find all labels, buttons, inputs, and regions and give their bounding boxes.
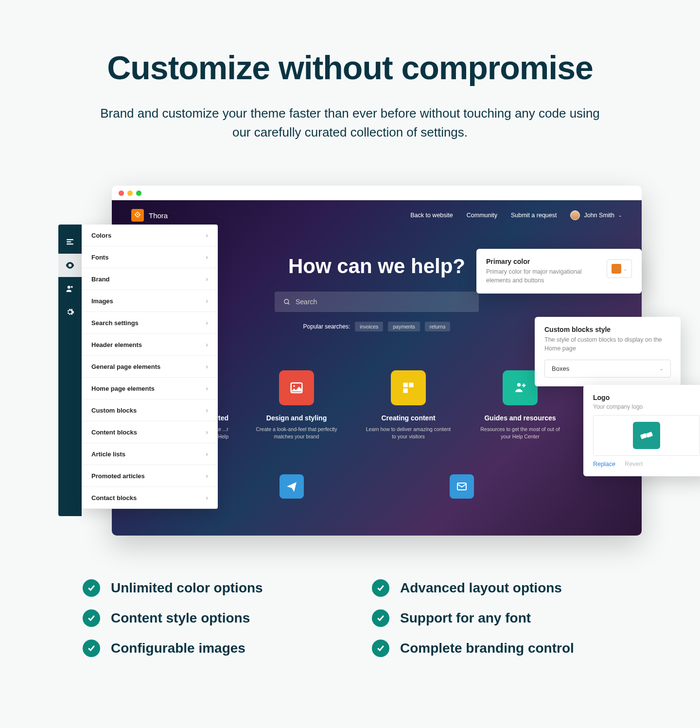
- svg-rect-10: [403, 383, 408, 387]
- user-menu[interactable]: John Smith ⌄: [570, 210, 622, 220]
- card-title: Logo: [593, 394, 700, 401]
- site-nav: Back to website Community Submit a reque…: [410, 210, 622, 220]
- send-icon[interactable]: [280, 474, 304, 499]
- popular-label: Popular searches:: [303, 323, 350, 330]
- block-design[interactable]: Design and styling Create a look-and-fee…: [253, 370, 340, 440]
- block-title: Design and styling: [253, 414, 340, 422]
- page-container: Customize without compromise Brand and c…: [10, 10, 690, 706]
- nav-community[interactable]: Community: [467, 212, 497, 219]
- settings-item-content-blocks[interactable]: Content blocks›: [82, 421, 218, 443]
- editor-icon-rail: [58, 225, 82, 516]
- browser-chrome: [112, 186, 642, 200]
- svg-point-13: [517, 383, 521, 387]
- settings-item-contact[interactable]: Contact blocks›: [82, 487, 218, 509]
- grid-icon: [391, 370, 426, 405]
- settings-item-search[interactable]: Search settings›: [82, 312, 218, 334]
- block-title: Guides and resources: [476, 414, 564, 422]
- feature-item: Content style options: [83, 609, 328, 627]
- feature-text: Complete branding control: [400, 641, 574, 656]
- check-icon: [372, 640, 389, 657]
- window-close-icon[interactable]: [119, 191, 124, 196]
- svg-rect-12: [403, 388, 408, 393]
- card-title: Primary color: [486, 258, 600, 265]
- logo-upload-card: Logo Your company logo Replace Revert: [583, 385, 700, 476]
- chevron-right-icon: ›: [206, 406, 208, 414]
- svg-rect-11: [409, 383, 413, 387]
- mail-icon[interactable]: [450, 474, 474, 499]
- window-minimize-icon[interactable]: [127, 191, 133, 196]
- rail-item-settings[interactable]: [58, 300, 82, 324]
- check-icon: [83, 640, 100, 657]
- rail-item-users[interactable]: [58, 277, 82, 300]
- revert-button[interactable]: Revert: [625, 461, 643, 468]
- check-icon: [372, 579, 389, 597]
- select-value: Boxes: [552, 365, 569, 372]
- chevron-right-icon: ›: [206, 275, 208, 283]
- settings-item-promoted[interactable]: Promoted articles›: [82, 465, 218, 487]
- gear-icon: [66, 308, 74, 316]
- svg-point-9: [293, 385, 295, 387]
- feature-text: Support for any font: [400, 610, 531, 626]
- settings-panel: Colors› Fonts› Brand› Images› Search set…: [82, 225, 218, 509]
- hero-title: Customize without compromise: [39, 49, 661, 87]
- hero-subtitle: Brand and customize your theme faster th…: [95, 104, 605, 142]
- popular-pill[interactable]: returns: [425, 322, 451, 331]
- demo-composite: Colors› Fonts› Brand› Images› Search set…: [58, 176, 642, 536]
- settings-item-images[interactable]: Images›: [82, 290, 218, 312]
- settings-item-general[interactable]: General page elements›: [82, 356, 218, 378]
- chevron-down-icon: ⌄: [618, 213, 622, 218]
- replace-button[interactable]: Replace: [593, 461, 615, 468]
- card-desc: Primary color for major navigational ele…: [486, 268, 600, 285]
- search-placeholder: Search: [296, 298, 317, 306]
- logo-actions: Replace Revert: [593, 461, 700, 468]
- avatar-icon: [570, 210, 580, 220]
- user-name: John Smith: [584, 212, 614, 219]
- window-maximize-icon[interactable]: [136, 191, 141, 196]
- nav-back[interactable]: Back to website: [410, 212, 453, 219]
- rail-item-layout[interactable]: [58, 230, 82, 254]
- feature-text: Advanced layout options: [400, 580, 562, 596]
- feature-item: Support for any font: [372, 609, 617, 627]
- settings-item-home[interactable]: Home page elements›: [82, 378, 218, 399]
- settings-item-colors[interactable]: Colors›: [82, 225, 218, 246]
- feature-item: Configurable images: [83, 640, 328, 657]
- block-content[interactable]: Creating content Learn how to deliver am…: [365, 370, 452, 440]
- rail-item-preview[interactable]: [58, 254, 82, 277]
- feature-text: Configurable images: [111, 641, 245, 656]
- block-title: Creating content: [365, 414, 452, 422]
- settings-item-brand[interactable]: Brand›: [82, 268, 218, 290]
- block-desc: Resources to get the most of out of your…: [476, 426, 564, 440]
- svg-point-4: [71, 286, 73, 288]
- settings-item-fonts[interactable]: Fonts›: [82, 246, 218, 268]
- logo-mark-icon: [131, 209, 144, 222]
- popular-pill[interactable]: invoices: [355, 322, 383, 331]
- svg-point-5: [137, 214, 139, 215]
- users-icon: [66, 284, 74, 293]
- search-input[interactable]: Search: [275, 292, 479, 312]
- popular-pill[interactable]: payments: [388, 322, 420, 331]
- color-picker[interactable]: ⌄: [607, 260, 632, 278]
- card-desc: Your company logo: [593, 403, 700, 410]
- nav-submit[interactable]: Submit a request: [511, 212, 557, 219]
- chevron-right-icon: ›: [206, 494, 208, 502]
- check-icon: [83, 579, 100, 597]
- chevron-right-icon: ›: [206, 428, 208, 436]
- svg-rect-15: [640, 433, 647, 439]
- list-icon: [66, 238, 74, 246]
- chevron-right-icon: ›: [206, 297, 208, 305]
- settings-item-header[interactable]: Header elements›: [82, 334, 218, 356]
- chevron-down-icon: ⌄: [623, 266, 627, 272]
- company-logo-icon: [633, 422, 660, 449]
- site-logo[interactable]: Thora: [131, 209, 168, 222]
- check-icon: [83, 609, 100, 627]
- feature-item: Advanced layout options: [372, 579, 617, 597]
- chevron-right-icon: ›: [206, 341, 208, 348]
- settings-item-article-lists[interactable]: Article lists›: [82, 443, 218, 465]
- settings-item-custom-blocks[interactable]: Custom blocks›: [82, 399, 218, 421]
- feature-item: Complete branding control: [372, 640, 617, 657]
- chevron-right-icon: ›: [206, 319, 208, 327]
- style-select[interactable]: Boxes ⌄: [544, 360, 671, 378]
- search-icon: [283, 298, 291, 306]
- svg-rect-2: [67, 243, 73, 244]
- site-brand-name: Thora: [149, 211, 168, 220]
